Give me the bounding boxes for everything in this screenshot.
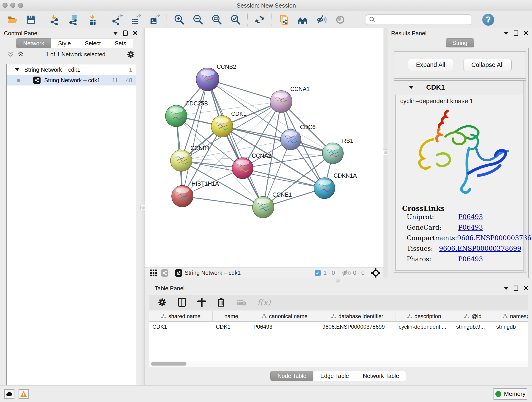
edge-CCNB2-CCNE1[interactable] xyxy=(208,79,263,207)
results-float-panel-icon[interactable] xyxy=(514,31,518,36)
network-collection-row[interactable]: String Network – cdk1 1 xyxy=(7,64,136,75)
cell-database-identifier[interactable]: 9606.ENSP00000378699 xyxy=(319,324,395,330)
cell-name[interactable]: CDK1 xyxy=(213,324,250,330)
birdseye-toggle-icon[interactable] xyxy=(371,268,380,278)
results-panel-menu-icon[interactable] xyxy=(504,32,509,35)
node-CCNA1[interactable]: CCNA1 xyxy=(270,86,310,113)
tab-network-table[interactable]: Network Table xyxy=(356,371,406,381)
show-columns-icon[interactable] xyxy=(177,298,186,307)
panel-menu-icon[interactable] xyxy=(113,32,118,35)
node-CDC25B[interactable]: CDC25B xyxy=(165,100,208,127)
table-options-gear-icon[interactable] xyxy=(158,298,167,307)
table-hscrollbar-thumb[interactable] xyxy=(151,362,186,366)
edge-HIST1H1A-CCNE1[interactable] xyxy=(182,196,263,207)
warnings-button[interactable] xyxy=(19,389,29,399)
minimize-window-icon[interactable] xyxy=(10,3,15,8)
cell-namespace[interactable]: stringdb xyxy=(493,324,528,330)
cloud-status-button[interactable] xyxy=(4,389,14,399)
table-hscrollbar[interactable] xyxy=(149,361,528,367)
crosslink-link[interactable]: 9606.ENSP00000378699 xyxy=(439,245,521,252)
tab-network[interactable]: Network xyxy=(16,38,51,48)
cell-description[interactable]: cyclin-dependent ... xyxy=(395,324,453,330)
table-close-panel-icon[interactable]: ✕ xyxy=(523,285,529,292)
cell-canonical-name[interactable]: P06493 xyxy=(250,324,319,330)
node-CDK1[interactable]: CDK1 xyxy=(211,110,247,137)
help-button[interactable]: ? xyxy=(482,14,494,26)
table-row[interactable]: CDK1 CDK1 P06493 9606.ENSP00000378699 cy… xyxy=(149,322,528,332)
node-CCNB2[interactable]: CCNB2 xyxy=(196,64,236,91)
network-options-gear-icon[interactable] xyxy=(127,51,135,58)
close-window-icon[interactable] xyxy=(2,3,7,8)
column-header[interactable]: @id xyxy=(453,311,493,321)
node-RB1[interactable]: RB1 xyxy=(322,138,353,164)
collection-expand-icon[interactable] xyxy=(15,68,19,71)
create-column-icon[interactable] xyxy=(197,298,206,307)
column-type-icon xyxy=(331,314,336,319)
results-scrollbar[interactable] xyxy=(523,81,525,273)
tab-sets[interactable]: Sets xyxy=(108,38,133,48)
birdseye-view-button[interactable] xyxy=(297,14,309,26)
tab-style[interactable]: Style xyxy=(51,38,78,48)
close-panel-icon[interactable]: ✕ xyxy=(133,30,138,36)
table-toolbar: f(x) xyxy=(149,295,528,310)
apply-layout-button[interactable] xyxy=(254,14,266,26)
table-panel-menu-icon[interactable] xyxy=(504,287,509,290)
node-HIST1H1A[interactable]: HIST1H1A xyxy=(172,180,219,207)
expand-all-button[interactable]: Expand All xyxy=(408,59,453,71)
network-view-type-icon[interactable] xyxy=(161,269,168,277)
network-canvas[interactable]: CCNB2CCNA1CDC25BCDK1CDC6RB1CCNB1CCNA2CDK… xyxy=(145,28,384,268)
maximize-window-icon[interactable] xyxy=(18,3,23,8)
network-snapshot-button[interactable] xyxy=(278,14,290,26)
import-table-button[interactable] xyxy=(87,14,99,26)
tab-edge-table[interactable]: Edge Table xyxy=(313,371,356,381)
tab-select[interactable]: Select xyxy=(78,38,108,48)
cell-id[interactable]: stringdb:9... xyxy=(453,324,493,330)
zoom-fit-button[interactable] xyxy=(210,14,222,26)
float-panel-icon[interactable] xyxy=(123,31,128,36)
export-table-button[interactable] xyxy=(130,14,142,26)
entry-collapse-icon[interactable] xyxy=(409,86,414,89)
import-network-database-button[interactable] xyxy=(68,14,80,26)
search-input[interactable] xyxy=(375,17,462,23)
import-network-file-button[interactable] xyxy=(49,14,61,26)
grid-view-icon[interactable] xyxy=(150,269,157,277)
table-splitter-handle[interactable] xyxy=(336,279,340,283)
collapse-all-button[interactable]: Collapse All xyxy=(463,59,512,71)
column-header[interactable]: name xyxy=(213,311,250,321)
crosslink-link[interactable]: P06493 xyxy=(458,213,483,221)
export-network-button[interactable] xyxy=(111,14,123,26)
table-float-panel-icon[interactable] xyxy=(514,286,518,291)
show-graphics-details-button[interactable] xyxy=(334,14,346,26)
column-header[interactable]: database identifier xyxy=(319,311,395,321)
search-field[interactable] xyxy=(366,14,471,25)
zoom-selected-button[interactable] xyxy=(229,14,241,26)
zoom-out-button[interactable] xyxy=(192,14,204,26)
delete-column-icon[interactable] xyxy=(217,298,225,307)
column-header[interactable]: namespace xyxy=(493,311,528,321)
node-CDKN1A[interactable]: CDKN1A xyxy=(314,172,357,199)
column-header[interactable]: shared name xyxy=(149,311,213,321)
node-result-header[interactable]: CDK1 xyxy=(394,81,526,94)
table-splitter[interactable] xyxy=(145,278,532,284)
right-splitter[interactable] xyxy=(384,28,387,278)
results-close-panel-icon[interactable]: ✕ xyxy=(523,30,529,36)
crosslink-link[interactable]: 9606.ENSP00000378699 xyxy=(457,234,532,242)
open-session-button[interactable] xyxy=(6,14,18,26)
expand-all-networks-icon[interactable] xyxy=(17,51,24,57)
cell-shared-name[interactable]: CDK1 xyxy=(149,324,213,330)
detach-view-icon[interactable] xyxy=(175,269,182,277)
save-session-button[interactable] xyxy=(25,14,37,26)
tab-node-table[interactable]: Node Table xyxy=(270,371,313,381)
left-splitter[interactable] xyxy=(142,28,145,385)
crosslink-link[interactable]: P06493 xyxy=(458,224,483,231)
collapse-all-networks-icon[interactable] xyxy=(7,51,14,57)
zoom-in-button[interactable] xyxy=(173,14,185,26)
hide-graphics-details-button[interactable] xyxy=(316,14,327,26)
export-image-button[interactable] xyxy=(149,14,161,26)
network-row-selected[interactable]: String Network – cdk1 11 48 xyxy=(7,75,136,85)
column-header[interactable]: canonical name xyxy=(250,311,319,321)
column-header[interactable]: description xyxy=(395,311,453,321)
tab-string[interactable]: String xyxy=(446,38,474,47)
memory-button[interactable]: Memory xyxy=(494,388,527,400)
crosslink-link[interactable]: P06493 xyxy=(458,255,483,263)
